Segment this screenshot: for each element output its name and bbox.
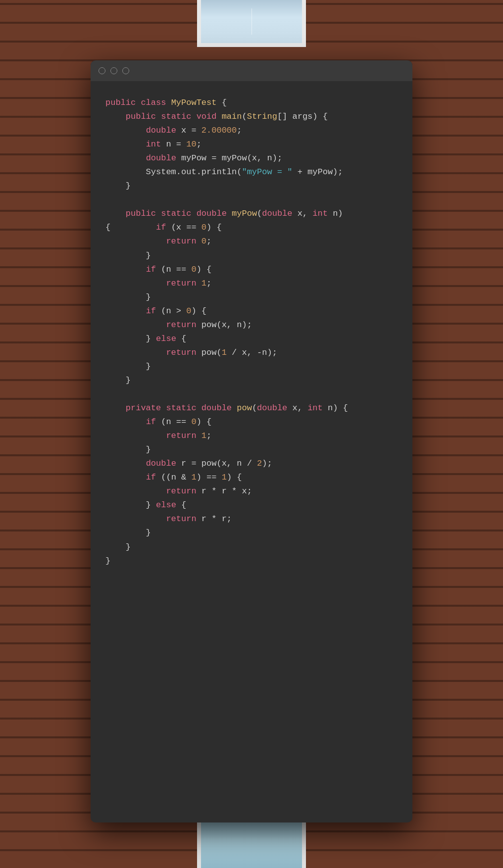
code-body: public class MyPowTest { public static v… [91, 81, 412, 593]
code-line-25: return 1; [105, 429, 398, 443]
code-line-32: } [105, 526, 398, 540]
code-line-20: } [105, 360, 398, 374]
code-line-27: double r = pow(x, n / 2); [105, 457, 398, 471]
code-line-33: } [105, 540, 398, 554]
code-line-8 [105, 193, 398, 207]
code-line-28: if ((n & 1) == 1) { [105, 471, 398, 484]
code-line-13: if (n == 0) { [105, 263, 398, 277]
code-line-23: private static double pow(double x, int … [105, 401, 398, 415]
code-line-31: return r * r; [105, 512, 398, 526]
code-line-18: } else { [105, 332, 398, 346]
code-line-2: public static void main(String[] args) { [105, 110, 398, 124]
close-button[interactable] [99, 67, 105, 74]
code-line-14: return 1; [105, 277, 398, 290]
code-editor: public class MyPowTest { public static v… [91, 60, 412, 822]
code-line-34: } [105, 554, 398, 568]
code-line-16: if (n > 0) { [105, 304, 398, 318]
code-line-5: double myPow = myPow(x, n); [105, 151, 398, 165]
code-line-26: } [105, 443, 398, 457]
code-line-9: public static double myPow(double x, int… [105, 207, 398, 221]
code-line-24: if (n == 0) { [105, 415, 398, 429]
code-line-17: return pow(x, n); [105, 318, 398, 332]
code-line-4: int n = 10; [105, 138, 398, 151]
code-line-10: { if (x == 0) { [105, 221, 398, 235]
code-line-19: return pow(1 / x, -n); [105, 346, 398, 360]
code-line-1: public class MyPowTest { [105, 96, 398, 110]
code-line-7: } [105, 179, 398, 193]
code-line-21: } [105, 374, 398, 387]
code-line-15: } [105, 290, 398, 304]
window-top [197, 0, 306, 47]
code-line-29: return r * r * x; [105, 484, 398, 498]
code-line-12: } [105, 249, 398, 263]
minimize-button[interactable] [110, 67, 117, 74]
code-line-30: } else { [105, 498, 398, 512]
code-line-6: System.out.println("myPow = " + myPow); [105, 165, 398, 179]
code-line-22 [105, 387, 398, 401]
code-line-11: return 0; [105, 235, 398, 248]
code-line-3: double x = 2.00000; [105, 124, 398, 138]
titlebar [91, 60, 412, 81]
maximize-button[interactable] [122, 67, 129, 74]
